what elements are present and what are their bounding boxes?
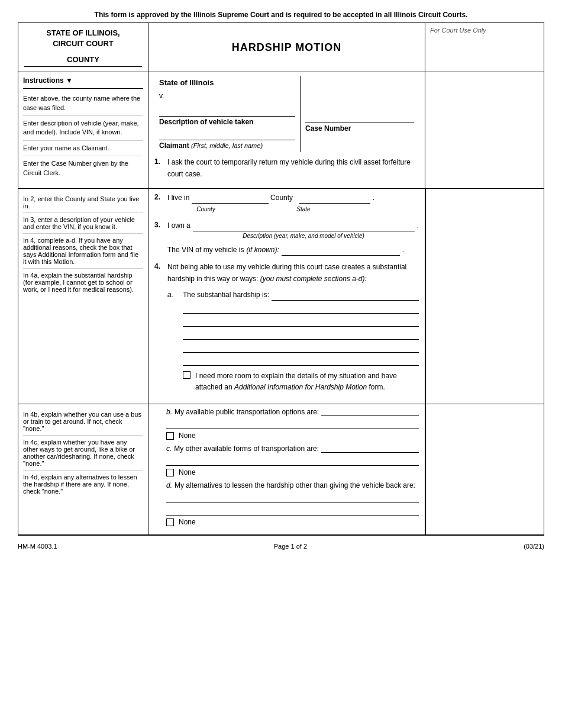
bottom-instr-3: In 3, enter a description of your vehicl… [23, 213, 143, 234]
item4a-line-4[interactable] [183, 342, 419, 353]
checkbox-none-4c-box[interactable] [166, 469, 174, 476]
bottom-instr-4b: In 4b, explain whether you can use a bus… [23, 408, 143, 436]
bottom-instructions-col-2: In 4b, explain whether you can use a bus… [18, 404, 148, 534]
vehicle-desc-input[interactable] [193, 223, 415, 231]
form-number: HM-M 4003.1 [18, 543, 57, 550]
none-label-4d: None [179, 518, 196, 526]
form-top-left: State of Illinois v. Description of vehi… [154, 76, 301, 152]
instr-item-2: Enter description of vehicle (year, make… [23, 116, 143, 141]
item4a-input-1[interactable] [272, 292, 419, 301]
bottom-instr-4a: In 4a, explain the substantial hardship … [23, 269, 143, 296]
bottom-form-col-2: b. My available public transportation op… [148, 404, 425, 534]
vs-label: v. [159, 92, 295, 100]
item4d-line-2[interactable] [166, 505, 419, 516]
item-4: 4. Not being able to use my vehicle duri… [154, 262, 419, 397]
top-notice: This form is approved by the Illinois Su… [18, 11, 544, 19]
checkbox-none-4d-box[interactable] [166, 518, 174, 526]
item4c-line-1[interactable] [166, 455, 419, 466]
item-4b: b. My available public transportation op… [166, 408, 419, 440]
header-court-info: STATE OF ILLINOIS, CIRCUIT COURT COUNTY [18, 23, 148, 72]
checkbox-additional-box[interactable] [183, 371, 190, 379]
county-label: COUNTY [24, 55, 142, 67]
court-use-label: For Court Use Only [425, 23, 544, 72]
item-3: 3. I own a . Description (year, make, an… [154, 220, 419, 256]
item4a-text: The substantial hardship is: [183, 289, 269, 301]
item4a-line-5[interactable] [183, 355, 419, 366]
county-input[interactable] [192, 195, 269, 204]
claimant-section: Claimant (First, middle, last name) [159, 131, 295, 150]
footer: HM-M 4003.1 Page 1 of 2 (03/21) [18, 539, 544, 553]
bottom-instr-2: In 2, enter the County and State you liv… [23, 192, 143, 213]
item2-county: County [270, 194, 293, 202]
item4b-text: My available public transportation optio… [175, 408, 319, 416]
bottom-instr-4d: In 4d, explain any alternatives to lesse… [23, 471, 143, 498]
item4c-input-1[interactable] [321, 444, 419, 453]
vin-prefix: The VIN of my vehicle is [167, 244, 244, 256]
checkbox-none-4d: None [166, 518, 419, 526]
item2-prefix: I live in [167, 194, 189, 202]
item4a-line-2[interactable] [183, 316, 419, 327]
checkbox-none-4b: None [166, 431, 419, 440]
item4d-text: My alternatives to lessen the hardship o… [175, 481, 415, 489]
page-label: Page 1 of 2 [274, 543, 307, 550]
checkbox-none-4b-box[interactable] [166, 432, 174, 440]
item3-sublabel: Description (year, make, and model of ve… [191, 231, 416, 241]
description-field[interactable] [159, 107, 295, 117]
state-input[interactable] [299, 195, 370, 204]
item-1: 1. I ask the court to temporarily return… [154, 157, 419, 179]
court-use-column [425, 72, 544, 188]
instr-item-1: Enter above, the county name where the c… [23, 91, 143, 116]
form-column: State of Illinois v. Description of vehi… [148, 72, 425, 188]
county-sublabel: County [167, 205, 244, 214]
claimant-label: Claimant (First, middle, last name) [159, 141, 295, 150]
instr-item-3: Enter your name as Claimant. [23, 141, 143, 156]
item4d-line-1[interactable] [166, 492, 419, 502]
item4b-line-1[interactable] [166, 418, 419, 429]
item-2: 2. I live in County . County State [154, 192, 419, 214]
case-number-field[interactable] [305, 114, 414, 123]
item1-text: I ask the court to temporarily return my… [167, 157, 419, 179]
checkbox-italic: Additional Information for Hardship Moti… [234, 383, 367, 391]
bottom-instr-4c: In 4c, explain whether you have any othe… [23, 436, 143, 471]
form-date: (03/21) [524, 543, 544, 550]
item4a-line-1[interactable] [183, 303, 419, 314]
instr-item-4: Enter the Case Number given by the Circu… [23, 156, 143, 181]
form-top-section: State of Illinois v. Description of vehi… [154, 76, 419, 152]
item4d-prefix: d. [166, 481, 172, 489]
court-use-col-3 [425, 404, 544, 534]
state-sublabel: State [268, 205, 339, 214]
item4a-prefix: a. [167, 289, 179, 301]
checkbox-suffix: form. [369, 383, 385, 391]
state-of-illinois: State of Illinois [159, 78, 295, 87]
case-number-label: Case Number [305, 124, 414, 133]
item-4d: d. My alternatives to lessen the hardshi… [166, 481, 419, 526]
item4a-line-3[interactable] [183, 329, 419, 340]
item3-prefix: I own a [167, 220, 190, 231]
item4c-prefix: c. [166, 444, 172, 453]
item-4c: c. My other available forms of transport… [166, 444, 419, 476]
vin-input[interactable] [282, 247, 400, 256]
state-title: STATE OF ILLINOIS, CIRCUIT COURT [24, 28, 142, 49]
instructions-header: Instructions ▼ [23, 76, 143, 89]
court-use-col-2 [425, 189, 544, 404]
form-title: HARDSHIP MOTION [232, 41, 342, 54]
item4-italic: (you must complete sections a-d): [260, 275, 367, 283]
item4b-prefix: b. [166, 408, 172, 416]
none-label-4b: None [179, 431, 196, 440]
checkbox-additional: I need more room to explain the details … [183, 371, 419, 393]
description-label: Description of vehicle taken [159, 118, 295, 126]
claimant-field[interactable] [159, 131, 295, 140]
numbered-section: 1. I ask the court to temporarily return… [154, 152, 419, 179]
item4a-lines [183, 303, 419, 366]
bottom-instructions-col-1: In 2, enter the County and State you liv… [18, 189, 148, 404]
form-top-right: Case Number [301, 76, 419, 152]
item4b-input-1[interactable] [321, 408, 419, 416]
bottom-form-col-1: 2. I live in County . County State 3. [148, 189, 425, 404]
item4c-text: My other available forms of transportati… [174, 444, 319, 453]
checkbox-none-4c: None [166, 468, 419, 476]
none-label-4c: None [179, 468, 196, 476]
instructions-column: Instructions ▼ Enter above, the county n… [18, 72, 148, 188]
header-center: HARDSHIP MOTION [148, 23, 425, 72]
bottom-instr-4: In 4, complete a-d. If you have any addi… [23, 234, 143, 269]
